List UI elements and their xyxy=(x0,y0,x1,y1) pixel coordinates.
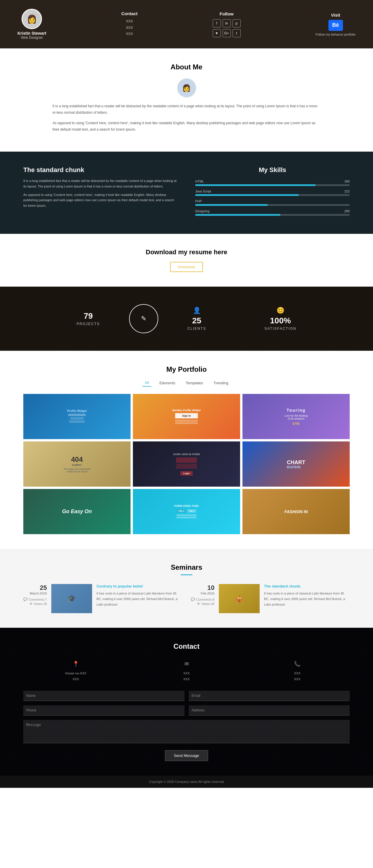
portfolio-title: My Portfolio xyxy=(23,365,350,373)
skills-left-text1: It is a long established fact that a rea… xyxy=(23,178,178,189)
message-input[interactable] xyxy=(23,720,350,743)
skills-left-text2: As opposed to using 'Content here, conte… xyxy=(23,192,178,209)
projects-stat: 79 PROJECTS xyxy=(59,311,117,326)
seminar-meta-1: 25 March-2016 💬Comments-7 👁Views-28 xyxy=(23,584,47,613)
phone-line1: XXX xyxy=(245,671,350,676)
skill-design-value: 280 xyxy=(344,209,350,213)
facebook-icon[interactable]: f xyxy=(213,19,221,27)
skills-left-heading: The standard chunk xyxy=(23,166,178,174)
skill-js-value: 222 xyxy=(344,189,350,193)
download-section: Download my resume here Download xyxy=(0,234,373,287)
seminars-divider xyxy=(181,575,192,575)
portfolio-item-5[interactable]: DARK SIGN IN FORM Login xyxy=(133,441,240,487)
seminar-date-num-2: 10 xyxy=(191,584,214,592)
portfolio-item-9[interactable]: FASHION IN xyxy=(242,489,350,534)
portfolio-item-2[interactable]: Member Profile Widget Sign In xyxy=(133,394,240,439)
clients-icon: 👤 xyxy=(188,307,206,314)
filter-all[interactable]: All xyxy=(142,379,151,386)
skill-design-label: Designing xyxy=(195,209,209,213)
follow-section: Follow f in p ▼ G+ t xyxy=(213,11,241,37)
seminar-stats-1: 💬Comments-7 👁Views-28 xyxy=(23,597,47,606)
phone-icon: 📞 xyxy=(245,659,350,669)
skill-js: Java Script 222 xyxy=(195,189,350,196)
portfolio-item-8[interactable]: FORM USING TABS Tab 1 Tab 2 xyxy=(133,489,240,534)
behance-icon[interactable]: Bē xyxy=(329,20,343,31)
skill-js-label: Java Script xyxy=(195,189,211,193)
profile-name: Kristin Stewart xyxy=(18,31,46,36)
seminar-date-month-2: Feb-2016 xyxy=(191,592,214,595)
clients-number: 25 xyxy=(188,316,206,326)
name-input[interactable] xyxy=(23,691,184,701)
filter-elements[interactable]: Elements xyxy=(157,379,177,386)
center-circle: ✎ xyxy=(129,304,158,333)
email-line2: XXX xyxy=(134,676,239,682)
skills-left: The standard chunk It is a long establis… xyxy=(23,166,178,219)
portfolio-filter-bar: All Elements Templates Trending xyxy=(23,379,350,386)
tumblr-icon[interactable]: t xyxy=(233,29,241,37)
contact-title: Contact xyxy=(23,642,350,650)
portfolio-section: My Portfolio All Elements Templates Tren… xyxy=(0,351,373,549)
filter-templates[interactable]: Templates xyxy=(183,379,205,386)
phone-line2: XXX xyxy=(245,676,350,682)
contact-info-header: Contact XXXXXXXXX xyxy=(121,11,138,37)
email-icon: ✉ xyxy=(134,659,239,669)
skill-php-bar xyxy=(195,204,268,206)
contact-phone: 📞 XXX XXX xyxy=(245,659,350,682)
seminar-text-2: It has roots in a piece of classical Lat… xyxy=(264,591,350,607)
email-input[interactable] xyxy=(189,691,350,701)
pinterest-icon[interactable]: p xyxy=(233,19,241,27)
email-line1: XXX xyxy=(134,671,239,676)
bottom-stats: 👤 25 CLIENTS 😊 100% SATISFACTION xyxy=(170,307,314,331)
skills-right: My Skills HTML 390 Java Script 222 PHP xyxy=(195,166,350,219)
portfolio-item-7[interactable]: Go Easy On xyxy=(23,489,131,534)
visit-section: Visit Bē Follow my behance portfolio xyxy=(315,12,355,36)
satisfaction-label: SATISFACTION xyxy=(264,327,296,331)
clients-label: CLIENTS xyxy=(188,327,206,331)
profile-title: Web Designer xyxy=(21,36,43,40)
seminars-grid: 25 March-2016 💬Comments-7 👁Views-28 🎓 Co… xyxy=(23,584,350,613)
profile-info: 👩 Kristin Stewart Web Designer xyxy=(18,9,46,40)
download-title: Download my resume here xyxy=(14,248,359,256)
about-section: About Me 👩 It is a long established fact… xyxy=(0,49,373,152)
skills-section: The standard chunk It is a long establis… xyxy=(0,152,373,234)
seminar-image-2: 🎪 xyxy=(219,584,260,613)
skill-php-label: PHP xyxy=(195,199,202,203)
seminars-title: Seminars xyxy=(23,563,350,571)
stats-section: 79 PROJECTS ✎ 👤 25 CLIENTS 😊 100% SATISF… xyxy=(0,287,373,351)
portfolio-item-6[interactable]: CHART BUSTERS xyxy=(242,441,350,487)
seminar-date-num-1: 25 xyxy=(23,584,47,592)
visit-heading: Visit xyxy=(315,12,355,18)
skills-title: My Skills xyxy=(195,166,350,174)
projects-number: 79 xyxy=(77,311,100,321)
skill-html-bar xyxy=(195,184,315,186)
portfolio-item-4[interactable]: 404 SORRY! The page you requested could … xyxy=(23,441,131,487)
behance-text: Follow my behance portfolio xyxy=(315,33,355,36)
linkedin-icon[interactable]: in xyxy=(223,19,231,27)
seminar-stats-2: 💬Comments-8 👁Views-48 xyxy=(191,597,214,606)
skill-js-bar xyxy=(195,194,299,196)
seminar-date-month-1: March-2016 xyxy=(23,592,47,595)
address-input[interactable] xyxy=(189,705,350,715)
about-avatar: 👩 xyxy=(177,79,196,97)
skill-php: PHP xyxy=(195,199,350,206)
satisfaction-number: 100% xyxy=(264,316,296,326)
phone-input[interactable] xyxy=(23,705,184,715)
edit-icon: ✎ xyxy=(141,315,146,322)
portfolio-item-3[interactable]: Touring Live for the feeling of dr-amati… xyxy=(242,394,350,439)
download-button[interactable]: Download xyxy=(170,262,203,272)
send-button[interactable]: Send Message xyxy=(165,750,208,761)
contact-lines: XXXXXXXXX xyxy=(121,19,138,37)
seminar-text-1: It has roots in a piece of classical Lat… xyxy=(97,591,182,607)
filter-trending[interactable]: Trending xyxy=(211,379,231,386)
contact-form-name-email xyxy=(23,691,350,701)
contact-heading: Contact xyxy=(121,11,138,16)
googleplus-icon[interactable]: G+ xyxy=(223,29,231,37)
vimeo-icon[interactable]: ▼ xyxy=(213,29,221,37)
contact-email: ✉ XXX XXX xyxy=(134,659,239,682)
seminar-title-2: The standard chunk. xyxy=(264,584,350,588)
portfolio-item-1[interactable]: Profile Widget xyxy=(23,394,131,439)
about-paragraph2: As opposed to using 'Content here, conte… xyxy=(53,120,320,133)
social-icons-row2: ▼ G+ t xyxy=(213,29,241,37)
skill-html: HTML 390 xyxy=(195,180,350,186)
skill-html-label: HTML xyxy=(195,180,204,183)
